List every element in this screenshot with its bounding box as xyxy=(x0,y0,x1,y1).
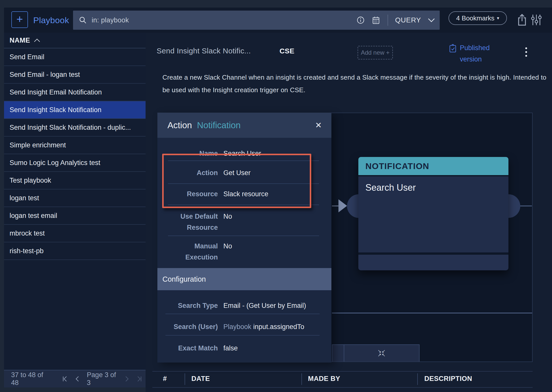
field-row-resource: Resource Slack resource xyxy=(157,188,331,200)
list-item[interactable]: Send Email xyxy=(4,48,146,66)
list-item[interactable]: rish-test-pb xyxy=(4,242,146,260)
table-column-separator xyxy=(185,373,185,385)
field-value: Search User xyxy=(223,148,261,159)
row-divider xyxy=(168,160,319,161)
flow-edge-bottom xyxy=(332,313,532,313)
list-item[interactable]: Send Email - logan test xyxy=(4,66,146,84)
search-input[interactable]: in: playbook xyxy=(92,16,129,24)
field-value: Email - (Get User by Email) xyxy=(223,300,306,311)
query-mode-button[interactable]: QUERY xyxy=(395,16,421,24)
close-icon[interactable]: ✕ xyxy=(315,120,322,130)
pagination-bar: 37 to 48 of 48 Page 3 of 3 xyxy=(4,370,146,387)
table-header-date: DATE xyxy=(191,375,210,383)
toolbar-cell xyxy=(332,345,344,362)
list-item[interactable]: Send Insight Email Notification xyxy=(4,84,146,101)
table-header-description: DESCRIPTION xyxy=(424,375,472,383)
clipboard-check-icon xyxy=(449,44,457,65)
flow-arrow-icon xyxy=(338,199,347,212)
row-divider xyxy=(165,314,320,314)
calendar-icon[interactable] xyxy=(371,16,381,25)
collapse-button[interactable]: ↘↙ ↗↖ xyxy=(344,345,419,362)
search-icon xyxy=(79,16,87,24)
field-label: Use Default Resource xyxy=(170,211,218,233)
list-item-selected[interactable]: Send Insight Slack Notification xyxy=(4,101,146,119)
action-details-panel: Action Notification ✕ Name Search User A… xyxy=(157,113,331,363)
list-item[interactable]: Simple enrichment xyxy=(4,137,146,154)
node-type-header: NOTIFICATION xyxy=(358,157,508,175)
notification-node[interactable]: NOTIFICATION Search User xyxy=(358,157,508,270)
field-value: No xyxy=(223,211,232,222)
flow-edge-in xyxy=(332,206,339,206)
pagination-page-text: Page 3 of 3 xyxy=(87,371,117,387)
node-title: Search User xyxy=(358,176,508,252)
pagination-range-text: 37 to 48 of 48 xyxy=(11,371,48,387)
field-value: Get User xyxy=(223,167,251,178)
cse-tag: CSE xyxy=(280,47,294,55)
playbook-list: Send Email Send Email - logan test Send … xyxy=(4,48,146,260)
panel-header: Action Notification ✕ xyxy=(157,113,331,138)
value-prefix: Playbook xyxy=(223,323,251,331)
last-page-button[interactable] xyxy=(133,376,146,382)
first-page-button[interactable] xyxy=(59,376,71,382)
field-label: Manual Execution xyxy=(170,241,218,263)
bookmarks-label: 4 Bookmarks xyxy=(456,14,495,22)
prev-page-button[interactable] xyxy=(71,376,84,382)
flow-edge-out xyxy=(520,206,532,206)
node-divider xyxy=(358,252,508,255)
table-column-separator xyxy=(417,373,418,385)
playbook-sidebar: NAME Send Email Send Email - logan test … xyxy=(4,33,146,387)
name-column-label: NAME xyxy=(10,37,30,44)
bookmarks-button[interactable]: 4 Bookmarks ▾ xyxy=(449,11,507,25)
page-title-playbook: Playbook xyxy=(33,8,69,33)
row-divider xyxy=(168,183,319,184)
panel-type-label: Action xyxy=(167,120,192,130)
panel-type-value: Notification xyxy=(197,120,240,130)
table-bottom-border xyxy=(152,387,533,388)
field-value: false xyxy=(223,343,238,354)
list-item[interactable]: logan test xyxy=(4,189,146,207)
plus-icon: + xyxy=(16,13,23,25)
chevron-down-icon[interactable] xyxy=(428,17,435,23)
published-version-link[interactable]: Published version xyxy=(449,42,500,65)
table-header-made-by: MADE BY xyxy=(308,375,340,383)
main-content: Send Insight Slack Notific... CSE Add ne… xyxy=(146,33,552,392)
list-item[interactable]: Send Insight Slack Notification - duplic… xyxy=(4,119,146,137)
list-item[interactable]: logan test email xyxy=(4,207,146,225)
playbook-title: Send Insight Slack Notific... xyxy=(157,47,251,55)
collapse-icon: ↗↖ xyxy=(377,353,386,357)
field-value: Slack resource xyxy=(223,188,268,200)
canvas-toolbar: ↘↙ ↗↖ xyxy=(332,344,420,362)
sort-chevron-up-icon xyxy=(34,38,40,42)
table-header-number: # xyxy=(163,375,167,383)
node-footer xyxy=(358,255,508,270)
new-playbook-button[interactable]: + xyxy=(11,11,28,28)
list-item[interactable]: Test playbook xyxy=(4,172,146,189)
field-label: Resource xyxy=(170,188,218,200)
row-divider xyxy=(168,205,319,205)
info-icon[interactable] xyxy=(356,16,365,24)
row-divider xyxy=(165,335,320,336)
list-item[interactable]: mbrock test xyxy=(4,225,146,242)
add-new-button[interactable]: Add new + xyxy=(358,46,393,59)
caret-down-icon: ▾ xyxy=(497,15,499,21)
field-label: Search Type xyxy=(170,300,218,311)
field-label: Search (User) xyxy=(170,321,218,332)
field-row-use-default-resource: Use Default Resource No xyxy=(157,211,331,233)
kebab-menu-icon[interactable] xyxy=(522,46,530,58)
field-row-name: Name Search User xyxy=(157,148,331,159)
field-row-exact-match: Exact Match false xyxy=(157,343,331,354)
next-page-button[interactable] xyxy=(120,376,133,382)
name-column-header[interactable]: NAME xyxy=(4,33,146,48)
share-icon[interactable] xyxy=(516,13,528,27)
search-bar-divider xyxy=(388,15,388,26)
field-value: Playbook input.assignedTo xyxy=(223,321,304,332)
top-bar: + Playbook in: playbook QUERY 4 Bookmark… xyxy=(4,8,552,33)
annotation-highlight-box xyxy=(162,154,311,208)
field-row-search-user: Search (User) Playbook input.assignedTo xyxy=(157,321,331,332)
configuration-section-header: Configuration xyxy=(157,268,331,290)
table-top-border xyxy=(152,371,533,372)
sliders-icon[interactable] xyxy=(530,13,543,27)
list-item[interactable]: Sumo Logic Log Analytics test xyxy=(4,154,146,172)
field-label: Exact Match xyxy=(170,343,218,354)
search-bar[interactable]: in: playbook QUERY xyxy=(73,11,440,30)
